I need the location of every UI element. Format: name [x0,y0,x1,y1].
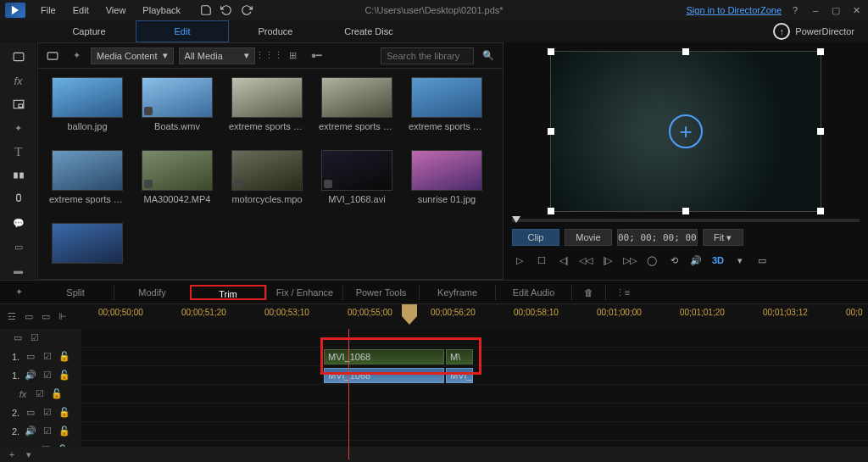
delete-icon[interactable]: 🗑 [571,285,605,300]
visibility-toggle[interactable]: ☑ [42,407,53,419]
action-trim[interactable]: Trim [190,285,266,300]
menu-playback[interactable]: Playback [134,0,189,20]
step-back-icon[interactable]: ◁◁ [578,253,593,268]
zoom-dropdown[interactable]: Fit ▾ [703,229,743,246]
media-room-icon[interactable] [8,47,30,66]
tab-create-disc[interactable]: Create Disc [322,20,415,42]
media-thumbnail[interactable]: motorcycles.mpo [226,150,308,211]
close-icon[interactable]: ✕ [849,3,863,17]
loop-icon[interactable]: ⟲ [666,253,682,268]
action-edit-audio[interactable]: Edit Audio [495,285,571,300]
visibility-toggle[interactable]: ☑ [42,370,53,381]
volume-icon[interactable]: 🔊 [688,253,704,268]
fast-forward-icon[interactable]: ▷▷ [622,253,637,268]
grid-view-icon[interactable]: ⊞ [284,47,303,64]
resize-handle[interactable] [548,128,554,135]
media-thumbnail[interactable]: Boats.wmv [136,77,218,138]
visibility-toggle[interactable]: ☑ [34,388,46,400]
magic-wand-icon[interactable]: ✦ [0,287,37,298]
redo-icon[interactable] [240,3,253,17]
action-fix-enhance[interactable]: Fix / Enhance [266,285,342,300]
preview-scrub[interactable] [512,219,860,222]
media-thumbnail[interactable]: extreme sports 01.j... [226,77,308,138]
movie-mode-button[interactable]: Movie [565,229,612,246]
media-thumbnail[interactable]: ballon.jpg [47,77,128,138]
resize-handle[interactable] [682,48,689,55]
lock-toggle[interactable]: 🔓 [58,351,70,363]
resize-handle[interactable] [548,48,554,55]
search-input[interactable] [381,47,474,64]
prev-frame-icon[interactable]: ◁| [556,253,571,268]
video-clip[interactable]: MVI_1068 [324,349,444,365]
timeline-marker-icon[interactable]: ▭ [22,310,36,324]
dock-icon[interactable]: ▭ [754,253,770,268]
action-split[interactable]: Split [37,285,114,300]
undo-icon[interactable] [220,3,233,17]
subtitle-room-icon[interactable]: ▬ [8,261,30,280]
chevron-down-icon[interactable]: ▾ [22,448,36,461]
resize-handle[interactable] [817,48,824,55]
sort-icon[interactable]: ⋮⋮⋮ [260,47,279,64]
timeline-snap-icon[interactable]: ⊩ [56,310,70,324]
visibility-toggle[interactable]: ☑ [42,351,53,363]
import-icon[interactable] [43,47,62,64]
lock-toggle[interactable]: 🔓 [58,426,70,437]
audio-clip[interactable]: MVI_1 [446,368,473,383]
chapter-room-icon[interactable]: ▭ [8,237,30,256]
action-keyframe[interactable]: Keyframe [419,285,495,300]
tab-capture[interactable]: Capture [42,20,136,42]
media-thumbnail[interactable]: MA300042.MP4 [136,150,218,211]
menu-file[interactable]: File [32,0,64,20]
menu-view[interactable]: View [97,0,135,20]
more-icon[interactable]: ⋮≡ [605,285,639,300]
timeline-view-icon[interactable]: ☲ [5,310,19,324]
resize-handle[interactable] [817,128,824,135]
thumbnail-size-icon[interactable]: ●━ [308,47,326,64]
preview-viewport[interactable]: + [512,51,860,212]
media-thumbnail[interactable]: extreme sports 03.j... [406,77,487,138]
ruler-ticks[interactable]: 00;00;50;0000;00;51;2000;00;53;1000;00;5… [81,304,868,329]
tab-edit[interactable]: Edit [136,20,229,42]
voiceover-room-icon[interactable]: 💬 [8,214,30,232]
media-thumbnail[interactable]: extreme sports 04.j... [47,150,128,211]
filter-dropdown[interactable]: All Media▾ [179,47,255,64]
lock-toggle[interactable]: 🔓 [51,388,63,400]
audio-clip[interactable]: MVI_1068 [324,368,444,383]
audio-room-icon[interactable] [8,190,30,209]
action-modify[interactable]: Modify [114,285,190,300]
content-dropdown[interactable]: Media Content▾ [91,47,174,64]
tab-produce[interactable]: Produce [229,20,322,42]
resize-handle[interactable] [817,208,824,214]
stop-icon[interactable]: ☐ [534,253,549,268]
search-icon[interactable]: 🔍 [479,47,498,64]
minimize-icon[interactable]: – [809,3,822,17]
next-frame-icon[interactable]: |▷ [600,253,615,268]
snapshot-icon[interactable]: ◯ [644,253,659,268]
maximize-icon[interactable]: ▢ [829,3,843,17]
lock-toggle[interactable]: 🔓 [58,407,70,419]
resize-handle[interactable] [548,208,554,214]
fx-room-icon[interactable]: fx [8,71,30,90]
help-icon[interactable]: ? [788,3,802,17]
transition-room-icon[interactable] [8,166,30,185]
clip-mode-button[interactable]: Clip [512,229,559,246]
add-track-icon[interactable]: + [5,448,19,461]
timecode-display[interactable]: 00; 00; 00; 00 [617,229,698,246]
action-power-tools[interactable]: Power Tools [342,285,419,300]
plugin-icon[interactable]: ✦ [67,47,86,64]
resize-handle[interactable] [682,208,689,214]
three-d-button[interactable]: 3D [710,253,726,268]
signin-link[interactable]: Sign in to DirectorZone [687,5,782,15]
visibility-toggle[interactable]: ☑ [29,332,41,344]
pip-room-icon[interactable] [8,95,30,114]
media-thumbnail[interactable]: extreme sports 02.j... [316,77,398,138]
save-icon[interactable] [199,3,213,17]
menu-edit[interactable]: Edit [64,0,97,20]
media-thumbnail[interactable] [47,223,128,270]
lock-toggle[interactable]: 🔓 [58,370,70,381]
media-thumbnail[interactable]: MVI_1068.avi [316,150,398,211]
preview-image[interactable]: + [550,51,821,212]
media-thumbnail[interactable]: sunrise 01.jpg [406,150,487,211]
visibility-toggle[interactable]: ☑ [42,426,53,437]
play-icon[interactable]: ▷ [512,253,527,268]
